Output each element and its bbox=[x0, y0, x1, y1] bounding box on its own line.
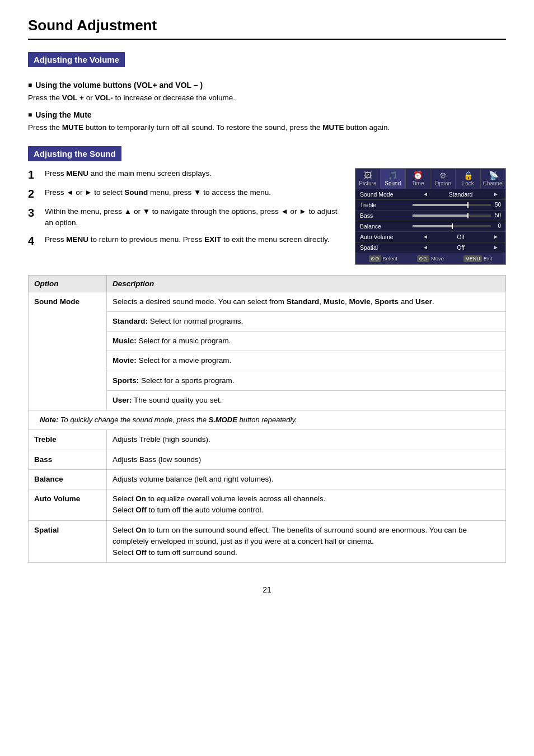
table-header-option: Option bbox=[29, 275, 107, 292]
osd-tab-option: ⚙ Option bbox=[430, 169, 456, 189]
volume-section: Adjusting the Volume Using the volume bu… bbox=[28, 45, 506, 134]
note-text: Note: To quickly change the sound mode, … bbox=[34, 413, 303, 427]
osd-row-auto-volume: Auto Volume ◄ Off ► bbox=[355, 232, 505, 242]
steps-list: 1 Press MENU and the main menu screen di… bbox=[28, 168, 344, 254]
osd-tab-picture: 🖼 Picture bbox=[355, 169, 381, 189]
osd-row-bass: Bass 50 bbox=[355, 211, 505, 221]
volume-section-header: Adjusting the Volume bbox=[28, 52, 125, 67]
option-balance-desc: Adjusts volume balance (left and right v… bbox=[107, 469, 506, 489]
table-row-spatial: Spatial Select On to turn on the surroun… bbox=[29, 520, 506, 563]
option-auto-volume-label: Auto Volume bbox=[29, 489, 107, 521]
osd-menu: 🖼 Picture 🎵 Sound ⏰ Time ⚙ Option 🔒 bbox=[355, 168, 506, 265]
sound-section-header: Adjusting the Sound bbox=[28, 146, 121, 161]
osd-row-spatial: Spatial ◄ Off ► bbox=[355, 242, 505, 253]
option-sound-mode-label: Sound Mode bbox=[29, 292, 107, 410]
osd-footer-move: ⊙⊙ Move bbox=[417, 255, 444, 262]
option-bass-label: Bass bbox=[29, 450, 107, 469]
osd-row-sound-mode: Sound Mode ◄ Standard ► bbox=[355, 189, 505, 200]
table-row-balance: Balance Adjusts volume balance (left and… bbox=[29, 469, 506, 489]
option-bass-desc: Adjusts Bass (low sounds) bbox=[107, 450, 506, 469]
sound-steps-and-osd: 1 Press MENU and the main menu screen di… bbox=[28, 168, 506, 265]
subsection-vol-buttons: Using the volume buttons (VOL+ and VOL –… bbox=[28, 81, 506, 90]
table-row-bass: Bass Adjusts Bass (low sounds) bbox=[29, 450, 506, 469]
options-table: Option Description Sound Mode Selects a … bbox=[28, 275, 506, 563]
sound-section: Adjusting the Sound 1 Press MENU and the… bbox=[28, 139, 506, 265]
table-row-note: Note: To quickly change the sound mode, … bbox=[29, 410, 506, 430]
osd-tab-channel: 📡 Channel bbox=[481, 169, 505, 189]
page-number: 21 bbox=[28, 585, 506, 594]
option-treble-desc: Adjusts Treble (high sounds). bbox=[107, 430, 506, 450]
step-2: 2 Press ◄ or ► to select Sound menu, pre… bbox=[28, 187, 344, 200]
step-1: 1 Press MENU and the main menu screen di… bbox=[28, 168, 344, 181]
osd-tab-sound: 🎵 Sound bbox=[381, 169, 406, 189]
osd-footer: ⊙⊙ Select ⊙⊙ Move MENU Exit bbox=[355, 253, 505, 264]
osd-footer-select: ⊙⊙ Select bbox=[369, 255, 397, 262]
subsection-mute: Using the Mute bbox=[28, 110, 506, 119]
osd-tab-time: ⏰ Time bbox=[406, 169, 431, 189]
page-title: Sound Adjustment bbox=[28, 17, 506, 40]
table-header-description: Description bbox=[107, 275, 506, 292]
mute-text: Press the MUTE button to temporarily tur… bbox=[28, 122, 506, 133]
osd-footer-exit: MENU Exit bbox=[463, 255, 492, 262]
table-row-auto-volume: Auto Volume Select On to equalize overal… bbox=[29, 489, 506, 521]
table-row-sound-mode: Sound Mode Selects a desired sound mode.… bbox=[29, 292, 506, 311]
option-spatial-label: Spatial bbox=[29, 520, 107, 563]
table-row-treble: Treble Adjusts Treble (high sounds). bbox=[29, 430, 506, 450]
osd-row-balance: Balance 0 bbox=[355, 221, 505, 232]
osd-tabs: 🖼 Picture 🎵 Sound ⏰ Time ⚙ Option 🔒 bbox=[355, 169, 505, 189]
osd-tab-lock: 🔒 Lock bbox=[456, 169, 481, 189]
option-treble-label: Treble bbox=[29, 430, 107, 450]
option-balance-label: Balance bbox=[29, 469, 107, 489]
step-4: 4 Press MENU to return to previous menu.… bbox=[28, 234, 344, 248]
osd-row-treble: Treble 50 bbox=[355, 200, 505, 211]
step-3: 3 Within the menu, press ▲ or ▼ to navig… bbox=[28, 206, 344, 229]
option-sound-mode-desc: Selects a desired sound mode. You can se… bbox=[107, 292, 506, 311]
option-auto-volume-desc: Select On to equalize overall volume lev… bbox=[107, 489, 506, 521]
option-spatial-desc: Select On to turn on the surround sound … bbox=[107, 520, 506, 563]
vol-buttons-text: Press the VOL + or VOL- to increase or d… bbox=[28, 92, 506, 104]
